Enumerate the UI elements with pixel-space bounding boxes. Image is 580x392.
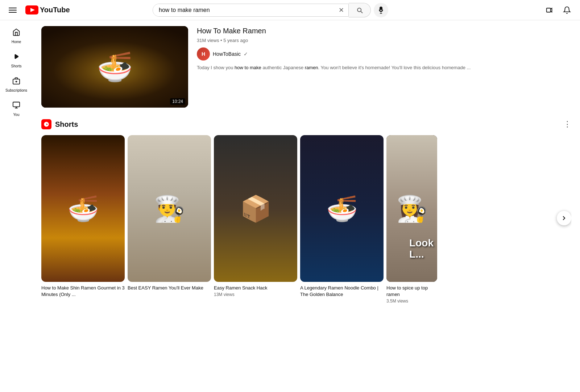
you-icon [12,101,20,110]
short-card[interactable]: 🍜 A Legendary Ramen Noodle Combo | The G… [300,135,384,304]
create-icon [546,6,554,14]
search-input[interactable]: how to make ramen [153,4,334,16]
shorts-heading: Shorts [55,120,78,129]
thumbnail-image [41,26,188,108]
short-title: How to spice up top ramen [386,285,437,298]
short-thumbnail: 📦 [214,135,297,282]
sidebar-item-you[interactable]: You [0,96,33,120]
short-thumbnail: 🍜 [41,135,125,282]
short-bg-4: 🍜 [300,135,384,282]
channel-avatar[interactable]: H [197,47,210,61]
logo-text: YouTube [40,6,70,14]
svg-rect-4 [547,8,551,12]
subscriptions-icon [12,77,20,86]
shorts-next-button[interactable] [557,211,571,225]
sidebar-item-subscriptions-label: Subscriptions [5,88,27,92]
hamburger-menu-button[interactable] [6,5,20,16]
short-bg-2: 👨‍🍳 [128,135,211,282]
short-views: 3.5M views [386,299,437,304]
short-card[interactable]: 🍜 How to Make Shin Ramen Gourmet in 3 Mi… [41,135,125,304]
top-video-result: 10:24 How To Make Ramen 31M views • 5 ye… [41,26,571,108]
short-thumbnail: 🍜 [300,135,384,282]
sidebar-item-you-label: You [13,113,20,117]
shorts-title-row: Shorts [41,119,78,129]
search-bar: how to make ramen ✕ [153,4,349,17]
short-views: 13M views [214,292,297,297]
search-clear-button[interactable]: ✕ [334,4,348,16]
short-title: A Legendary Ramen Noodle Combo | The Gol… [300,285,384,298]
shorts-header: Shorts ⋮ [41,119,571,129]
top-video-title[interactable]: How To Make Ramen [197,26,571,36]
short-title: Best EASY Ramen You'll Ever Make [128,285,211,291]
short-bg-1: 🍜 [41,135,125,282]
sidebar-item-home-label: Home [12,40,21,44]
short-title: How to Make Shin Ramen Gourmet in 3 Minu… [41,285,125,298]
shorts-sidebar-icon [12,53,20,62]
top-video-meta: 31M views • 5 years ago [197,38,571,43]
notifications-button[interactable] [560,3,574,17]
svg-rect-8 [13,102,20,107]
short-card[interactable]: 👩‍🍳 LookL... How to spice up top ramen 3… [386,135,437,304]
desc-bold-1: how to make [235,65,261,70]
sidebar-item-shorts[interactable]: Shorts [0,47,33,72]
short-bg-3: 📦 [214,135,297,282]
sidebar-item-shorts-label: Shorts [11,64,22,68]
short-bg-5: 👩‍🍳 LookL... [386,135,437,282]
shorts-more-options-button[interactable]: ⋮ [563,120,571,129]
short-thumbnail: 👩‍🍳 LookL... [386,135,437,282]
bell-icon [563,6,571,14]
voice-search-button[interactable] [374,3,388,17]
main-content: 10:24 How To Make Ramen 31M views • 5 ye… [33,20,580,309]
header-actions [542,3,574,17]
sidebar-item-subscriptions[interactable]: Subscriptions [0,72,33,96]
search-container: how to make ramen ✕ [153,3,388,17]
shorts-logo [41,119,51,129]
short-title: Easy Ramen Snack Hack [214,285,297,291]
short-overlay-text: LookL... [409,238,434,260]
shorts-grid: 🍜 How to Make Shin Ramen Gourmet in 3 Mi… [41,135,571,304]
sidebar: Home Shorts Subscriptions You [0,20,33,309]
shorts-section: Shorts ⋮ 🍜 How to Make Shin Ramen Gourme… [41,119,571,304]
youtube-logo[interactable]: YouTube [25,5,70,14]
channel-name[interactable]: HowToBasic [213,51,241,57]
search-icon [356,7,363,14]
channel-row: H HowToBasic ✓ [197,47,571,61]
home-icon [12,28,20,38]
video-duration: 10:24 [170,98,185,105]
create-button[interactable] [542,3,557,17]
top-video-thumbnail[interactable]: 10:24 [41,26,188,108]
desc-bold-2: ramen [305,65,318,70]
short-thumbnail: 👨‍🍳 [128,135,211,282]
short-card[interactable]: 👨‍🍳 Best EASY Ramen You'll Ever Make [128,135,211,304]
header: YouTube how to make ramen ✕ [0,0,580,20]
search-submit-button[interactable] [349,3,371,17]
microphone-icon [377,7,385,14]
top-video-description: Today I show you how to make authentic J… [197,64,571,71]
chevron-right-icon [561,215,567,221]
sidebar-item-home[interactable]: Home [0,23,33,47]
short-card[interactable]: 📦 Easy Ramen Snack Hack 13M views [214,135,297,304]
top-video-info: How To Make Ramen 31M views • 5 years ag… [197,26,571,71]
verified-icon: ✓ [244,51,248,57]
